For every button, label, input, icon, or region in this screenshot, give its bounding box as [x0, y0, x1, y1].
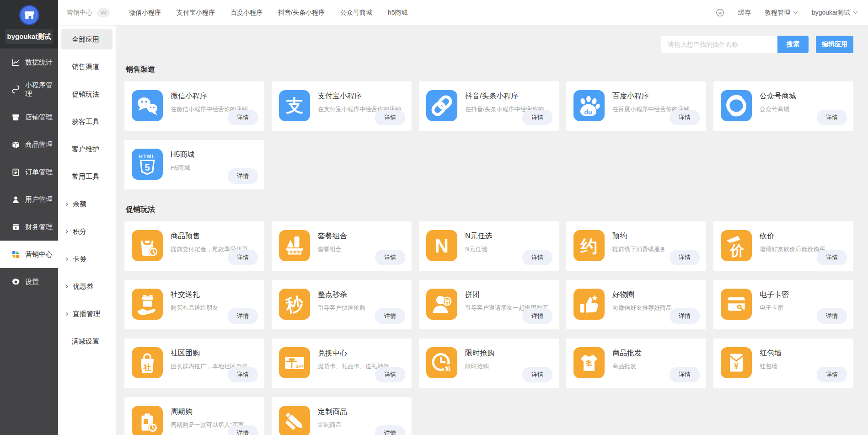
card-detail-button[interactable]: 详情	[375, 425, 405, 435]
app-card[interactable]: ¥红包墙红包墙详情	[713, 338, 853, 388]
card-detail-button[interactable]: 详情	[670, 367, 700, 382]
card-detail-button[interactable]: 详情	[670, 250, 700, 265]
ecard-icon	[721, 289, 752, 320]
app-card[interactable]: 批商品批发商品批发详情	[566, 338, 706, 388]
submenu-item[interactable]: 积分	[58, 218, 116, 245]
app-card[interactable]: HTML5H5商城H5商城详情	[124, 140, 264, 189]
collapse-sidebar-button[interactable]: <<	[97, 8, 110, 17]
card-detail-button[interactable]: 详情	[375, 110, 405, 125]
svg-text:HTML: HTML	[139, 154, 156, 159]
card-detail-button[interactable]: 详情	[817, 110, 847, 125]
app-card[interactable]: combo套餐组合套餐组合详情	[272, 221, 412, 271]
app-card[interactable]: 周期购周期购是一款可以切入“买家…详情	[124, 397, 264, 435]
app-card[interactable]: 社交送礼购买礼品送给朋友详情	[124, 280, 264, 329]
cache-link[interactable]: 缓存	[738, 9, 751, 17]
card-detail-button[interactable]: 详情	[817, 308, 847, 324]
card-detail-button[interactable]: 详情	[522, 110, 552, 125]
card-detail-button[interactable]: 详情	[228, 308, 258, 324]
app-card[interactable]: 微信小程序在微信小程序中经营你的店铺详情	[124, 81, 264, 131]
brand-area: bygoukai测试	[0, 0, 58, 48]
exchange-icon: GIFT	[279, 347, 310, 378]
app-card[interactable]: NN元任选N元任选详情	[419, 221, 559, 271]
card-detail-button[interactable]: 详情	[228, 168, 258, 184]
card-detail-button[interactable]: 详情	[817, 367, 847, 382]
app-card[interactable]: 抢限时抢购限时抢购详情	[419, 338, 559, 388]
plugin-search-input[interactable]	[661, 36, 777, 53]
card-detail-button[interactable]: 详情	[522, 308, 552, 324]
submenu-item[interactable]: 常用工具	[58, 163, 116, 190]
card-detail-button[interactable]: 详情	[522, 367, 552, 382]
app-card[interactable]: 抖音/头条小程序在抖音/头条小程序中经营你的…详情	[419, 81, 559, 131]
app-card[interactable]: 商品预售提前交付定金，尾款享受优惠详情	[124, 221, 264, 271]
card-grid: 商品预售提前交付定金，尾款享受优惠详情combo套餐组合套餐组合详情NN元任选N…	[124, 221, 853, 435]
submenu-item[interactable]: 余额	[58, 190, 116, 218]
card-detail-button[interactable]: 详情	[375, 250, 405, 265]
card-detail-button[interactable]: 详情	[228, 425, 258, 435]
submenu-item[interactable]: 全部应用	[58, 26, 116, 53]
app-card[interactable]: 公众号商城公众号商城详情	[713, 81, 853, 131]
submenu-item[interactable]: 客户维护	[58, 135, 116, 163]
submenu-item[interactable]: 销售渠道	[58, 53, 116, 81]
card-detail-button[interactable]: 详情	[375, 367, 405, 382]
svg-text:社: 社	[143, 363, 152, 372]
card-detail-button[interactable]: 详情	[228, 250, 258, 265]
app-card[interactable]: 约预约提前线下消费或服务详情	[566, 221, 706, 271]
marketing-icon	[11, 250, 20, 259]
card-detail-button[interactable]: 详情	[670, 110, 700, 125]
platform-tab[interactable]: 公众号商城	[340, 9, 372, 17]
card-body: 红包墙红包墙	[760, 347, 782, 379]
sidebar-item-label: 数据统计	[25, 58, 53, 67]
platform-tab[interactable]: 百度小程序	[230, 9, 263, 17]
card-desc: H5商城	[171, 164, 194, 172]
submenu-item[interactable]: 促销玩法	[58, 81, 116, 108]
platform-tab[interactable]: 抖音/头条小程序	[278, 9, 325, 17]
app-card[interactable]: du百度小程序在百度小程序中经营你的店铺详情	[566, 81, 706, 131]
app-card[interactable]: 价砍价邀请好友砍价后低价购买详情	[713, 221, 853, 271]
sidebar-item[interactable]: 设置	[0, 268, 58, 295]
submenu-item[interactable]: 直播管理	[58, 300, 116, 328]
chevron-right-icon	[65, 285, 69, 289]
card-detail-button[interactable]: 详情	[228, 110, 258, 125]
search-toolbar: 搜索 编辑应用	[124, 36, 853, 53]
sidebar-item[interactable]: 数据统计	[0, 48, 58, 76]
sidebar-item[interactable]: 营销中心	[0, 241, 58, 268]
app-card[interactable]: 定制商品定制商品详情	[272, 397, 412, 435]
download-circle-icon[interactable]	[716, 8, 724, 17]
sidebar-item[interactable]: 商品管理	[0, 131, 58, 158]
app-card[interactable]: GIFT兑换中心提货卡、礼品卡、送礼神器详情	[272, 338, 412, 388]
app-card[interactable]: 好物圈向微信好友推荐好商品详情	[566, 280, 706, 329]
card-detail-button[interactable]: 详情	[228, 367, 258, 382]
card-detail-button[interactable]: 详情	[522, 250, 552, 265]
edit-apps-button[interactable]: 编辑应用	[816, 36, 853, 53]
app-card[interactable]: 拼拼团引导客户邀请朋友一起拼团购买详情	[419, 280, 559, 329]
sidebar-item[interactable]: 店铺管理	[0, 103, 58, 131]
submenu-item[interactable]: 优惠券	[58, 273, 116, 300]
app-card[interactable]: 支支付宝小程序在支付宝小程序中经营你的店铺详情	[272, 81, 412, 131]
app-card[interactable]: 电子卡密电子卡密详情	[713, 280, 853, 329]
card-detail-button[interactable]: 详情	[817, 250, 847, 265]
platform-tab[interactable]: 支付宝小程序	[177, 9, 215, 17]
submenu-item[interactable]: 满减设置	[58, 328, 116, 355]
submenu-item[interactable]: 卡券	[58, 245, 116, 273]
submenu-item[interactable]: 获客工具	[58, 108, 116, 135]
sidebar-item[interactable]: 用户管理	[0, 186, 58, 213]
tutorial-menu[interactable]: 教程管理	[765, 9, 798, 17]
card-detail-button[interactable]: 详情	[375, 308, 405, 324]
card-grid: 微信小程序在微信小程序中经营你的店铺详情支支付宝小程序在支付宝小程序中经营你的店…	[124, 81, 853, 189]
app-card[interactable]: 秒整点秒杀引导客户快速抢购详情	[272, 280, 412, 329]
card-body: H5商城H5商城	[171, 149, 194, 181]
app-card[interactable]: 社社区团购团长群内推广，本地社区自提详情	[124, 338, 264, 388]
platform-tab[interactable]: 微信小程序	[129, 9, 161, 17]
svg-text:拼: 拼	[444, 299, 450, 304]
sidebar-item-label: 订单管理	[25, 168, 53, 177]
sidebar-item[interactable]: ¥财务管理	[0, 213, 58, 241]
card-body: 整点秒杀引导客户快速抢购	[318, 289, 365, 321]
platform-tab[interactable]: h5商城	[388, 9, 408, 17]
account-menu[interactable]: bygoukai测试	[812, 9, 858, 17]
search-button[interactable]: 搜索	[777, 36, 809, 53]
sidebar-item[interactable]: 订单管理	[0, 158, 58, 186]
card-body: 公众号商城公众号商城	[760, 90, 796, 122]
submenu-item-label: 获客工具	[72, 118, 99, 126]
sidebar-item[interactable]: 小程序管理	[0, 76, 58, 103]
card-detail-button[interactable]: 详情	[670, 308, 700, 324]
